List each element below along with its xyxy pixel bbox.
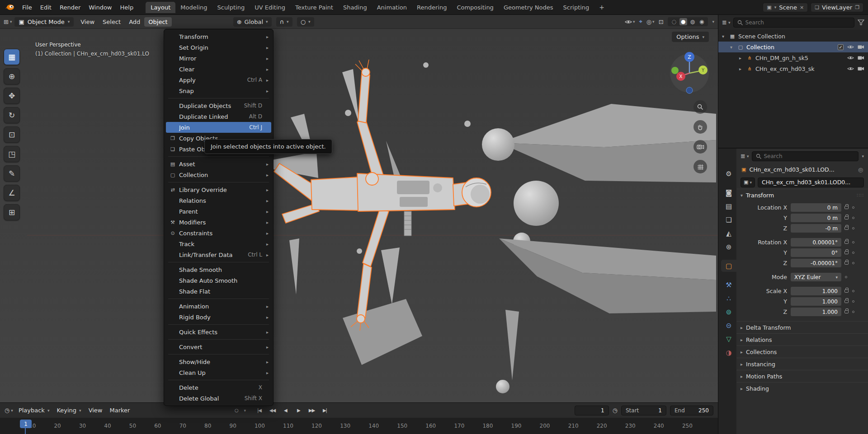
frame-end-field[interactable]: End250 [670, 406, 713, 415]
props-tab[interactable]: ◑ [721, 346, 736, 359]
menu-item[interactable] [164, 322, 273, 327]
drag-handle-icon[interactable]: ∷∷ [857, 192, 864, 198]
unlink-scene-icon[interactable]: × [800, 5, 804, 10]
expand-caret-icon[interactable]: ▸ [739, 56, 744, 61]
collapsed-panel-header[interactable]: ▸ Motion Paths [736, 370, 868, 382]
tool-button[interactable]: ▦ [4, 49, 20, 65]
props-tab[interactable]: ▢ [721, 260, 736, 272]
outliner-row[interactable]: ▸ ⋔ CHn_ex_cm_hd03_sk [718, 63, 868, 74]
collapsed-panel-header[interactable]: ▸ Instancing [736, 358, 868, 370]
expand-caret-icon[interactable]: ▾ [730, 45, 735, 50]
render-visibility-icon[interactable] [858, 45, 864, 49]
menu-item[interactable] [164, 180, 273, 184]
properties-filter-caret[interactable]: ▾ [862, 154, 864, 159]
exclude-checkbox[interactable]: ✓ [838, 44, 844, 50]
outliner-item-label[interactable]: CHn_DM_gn_h_sk5 [755, 55, 808, 61]
transform-value-field[interactable]: -0 m [791, 224, 841, 233]
mode-dropdown[interactable]: ▣ Object Mode ▾ [14, 17, 74, 27]
props-tab[interactable]: ⊝ [721, 319, 736, 331]
props-tab[interactable]: ▽ [721, 333, 736, 345]
app-menu-item[interactable]: Help [116, 3, 138, 12]
menu-item[interactable] [164, 260, 273, 264]
lock-icon[interactable] [844, 261, 849, 265]
transform-value-field[interactable]: -0.00001° [791, 259, 841, 267]
menu-item[interactable]: Shade Flat [164, 286, 273, 297]
collapsed-panel-header[interactable]: ▸ Collections [736, 345, 868, 358]
tool-button[interactable]: ✥ [4, 88, 20, 104]
menu-item[interactable] [164, 378, 273, 382]
timeline-menu-item[interactable]: Marker [106, 406, 133, 415]
menu-item[interactable]: Delete Global Shift X [164, 393, 273, 404]
viewport-menu-item[interactable]: View [76, 17, 99, 27]
transform-value-field[interactable]: 0 m [791, 203, 841, 212]
outliner-item-label[interactable]: Scene Collection [738, 33, 785, 40]
viewport-menu-item[interactable]: Select [99, 17, 125, 27]
keyframe-dot[interactable] [852, 217, 854, 219]
lock-icon[interactable] [844, 206, 849, 209]
scene-selector[interactable]: ▣ ▾ Scene × [763, 3, 808, 12]
menu-item[interactable]: ⇄ Library Override ▸ [164, 184, 273, 195]
menu-item[interactable]: Join Ctrl J [166, 122, 271, 133]
menu-item[interactable]: ⊙ Constraints ▸ [164, 228, 273, 238]
menu-item[interactable]: Parent ▸ [164, 206, 273, 217]
shading-mode-button[interactable]: ◍ [689, 18, 696, 25]
menu-item[interactable]: Link/Transfer Data Ctrl L ▸ [164, 249, 273, 260]
menu-item[interactable] [164, 352, 273, 356]
shading-mode-button[interactable]: ◌ [670, 18, 678, 25]
workspace-tab[interactable]: Animation [372, 2, 412, 13]
lock-icon[interactable] [844, 289, 849, 293]
transport-button[interactable]: ▶▶ [306, 406, 318, 415]
transform-value-field[interactable]: 1.000 [791, 297, 841, 306]
props-tab[interactable]: ⚙ [721, 168, 736, 180]
props-tab[interactable]: ◙ [721, 187, 736, 199]
shading-caret[interactable]: ▾ [712, 19, 714, 24]
app-menu-item[interactable]: Window [85, 3, 116, 12]
keyframe-dot[interactable] [852, 300, 854, 303]
menu-item[interactable]: Set Origin ▸ [164, 42, 273, 53]
menu-item[interactable]: Relations ▸ [164, 195, 273, 206]
viewport-menu-item[interactable]: Add [125, 17, 144, 27]
sphere-object[interactable] [514, 181, 559, 226]
menu-item[interactable]: Duplicate Objects Shift D [164, 100, 273, 111]
render-visibility-icon[interactable] [858, 66, 864, 71]
menu-item[interactable]: ▤ Asset ▸ [164, 159, 273, 169]
transform-orientation-dropdown[interactable]: ⊕ Global ▾ [233, 17, 272, 27]
add-workspace-button[interactable]: + [595, 2, 609, 13]
collapsed-panel-header[interactable]: ▸ Delta Transform [736, 321, 868, 333]
viewport-menu-item[interactable]: Object [144, 17, 171, 27]
menu-item[interactable]: Convert ▸ [164, 341, 273, 352]
expand-caret-icon[interactable]: ▾ [722, 34, 726, 39]
properties-editor-type-button[interactable]: ≣ ▾ [741, 153, 749, 159]
menu-item[interactable]: Duplicate Linked Alt D [164, 111, 273, 122]
menu-item[interactable] [164, 96, 273, 100]
keyframe-dot[interactable] [852, 227, 854, 229]
transform-value-field[interactable]: 0 m [791, 214, 841, 222]
lock-icon[interactable] [844, 310, 849, 313]
keyframe-dot[interactable] [845, 276, 847, 278]
breadcrumb-object-name[interactable]: CHn_ex_cm_hd03_sk01.LOD... [749, 166, 834, 173]
viewport-3d[interactable]: User Perspective (1) Collection | CHn_ex… [0, 29, 718, 402]
workspace-tab[interactable]: UV Editing [250, 2, 290, 13]
menu-item[interactable]: Transform ▸ [164, 31, 273, 42]
transport-button[interactable]: ▶ [292, 406, 305, 415]
workspace-tab[interactable]: Shading [338, 2, 372, 13]
viewlayer-selector[interactable]: ❏ ViewLayer ❐ [811, 3, 863, 12]
transport-button[interactable]: |◀ [253, 406, 265, 415]
render-visibility-icon[interactable] [858, 56, 864, 60]
menu-item[interactable]: Animation ▸ [164, 301, 273, 312]
tool-button[interactable]: ⊡ [4, 126, 20, 143]
outliner-row[interactable]: ▾ ▢ Collection ✓ [718, 42, 868, 52]
menu-item[interactable]: Snap ▸ [164, 85, 273, 96]
tool-button[interactable]: ∠ [4, 185, 20, 201]
lock-icon[interactable] [844, 216, 849, 219]
tool-button[interactable]: ◳ [4, 146, 20, 162]
timeline-menu-item[interactable]: Keying▾ [53, 406, 85, 415]
keyframe-dot[interactable] [852, 311, 854, 313]
outliner-editor-type-button[interactable]: ≣ ▾ [722, 19, 730, 26]
properties-search-input[interactable] [764, 153, 855, 159]
hide-eye-icon[interactable] [847, 56, 854, 60]
timeline-menu-item[interactable]: View [85, 406, 106, 415]
tool-button[interactable]: ⊕ [4, 68, 20, 84]
collapsed-panel-header[interactable]: ▸ Shading [736, 382, 868, 394]
show-overlays-toggle[interactable]: ◎ ▾ [646, 19, 655, 25]
